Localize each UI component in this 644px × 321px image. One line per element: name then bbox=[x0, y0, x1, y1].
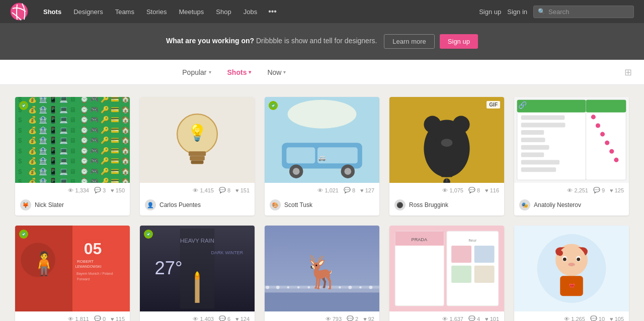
svg-text:PRADA: PRADA bbox=[412, 237, 428, 242]
banner-signup-button[interactable]: Sign up bbox=[440, 34, 478, 49]
nav-more-button[interactable]: ••• bbox=[263, 0, 282, 23]
svg-point-221 bbox=[577, 258, 580, 261]
promo-banner: What are you working on? Dribbble is sho… bbox=[0, 23, 644, 60]
svg-text:🎮: 🎮 bbox=[90, 116, 99, 124]
svg-text:05: 05 bbox=[84, 240, 102, 258]
search-input[interactable] bbox=[548, 8, 629, 16]
svg-text:$: $ bbox=[18, 168, 22, 175]
shot-thumbnail[interactable]: HEAVY RAIN 27° DARK WINTER bbox=[140, 226, 255, 311]
shot-author[interactable]: 🎨 Scott Tusk bbox=[265, 197, 379, 216]
grid-toggle: ⊞ bbox=[622, 65, 634, 80]
learn-more-button[interactable]: Learn more bbox=[384, 34, 434, 49]
shot-thumbnail[interactable]: PRADA fleur bbox=[389, 226, 504, 311]
shot-card: $💰🏦📱💻🖥⌚🎮🔑💳🏠🎯$💰🏦📱💻🖥⌚🎮🔑💳🏠🎯$💰🏦📱💻🖥⌚🎮🔑💳🏠🎯$💰🏦📱… bbox=[15, 97, 130, 216]
svg-point-137 bbox=[344, 168, 351, 175]
signup-link[interactable]: Sign up bbox=[479, 8, 501, 16]
new-badge bbox=[19, 101, 28, 110]
comment-icon: 💬 bbox=[219, 187, 226, 193]
svg-rect-153 bbox=[586, 100, 626, 113]
shot-meta: 👁 1,021 💬 8 ♥ 127 bbox=[265, 183, 379, 197]
svg-text:🏦: 🏦 bbox=[39, 157, 48, 165]
views-stat: 👁 1,075 bbox=[442, 187, 463, 193]
shot-thumbnail[interactable]: 🦌 bbox=[265, 226, 379, 311]
shot-author[interactable]: 🎭 Anatoliy Nesterov bbox=[514, 197, 629, 216]
new-badge bbox=[144, 230, 153, 239]
avatar: 🎭 bbox=[519, 199, 530, 210]
search-icon: 🔍 bbox=[538, 8, 545, 15]
svg-text:ROBERT: ROBERT bbox=[77, 259, 94, 264]
likes-stat: ♥ 125 bbox=[610, 187, 624, 193]
shot-thumbnail[interactable]: 05 ROBERT LEWANDOWSKI Bayern Munich / Po… bbox=[15, 226, 130, 311]
shot-card: GIF 👁 1,075 💬 8 ♥ 116 ⚫ Ross Bruggink bbox=[389, 97, 504, 216]
author-name: Scott Tusk bbox=[284, 201, 312, 208]
like-count: 151 bbox=[240, 187, 250, 193]
svg-text:⌚: ⌚ bbox=[80, 136, 89, 145]
comment-count: 6 bbox=[227, 316, 230, 322]
svg-rect-210 bbox=[474, 246, 495, 263]
nav-meetups[interactable]: Meetups bbox=[173, 0, 210, 23]
search-box[interactable]: 🔍 bbox=[533, 6, 634, 18]
svg-text:💰: 💰 bbox=[28, 157, 37, 165]
svg-text:🔑: 🔑 bbox=[101, 116, 110, 124]
svg-rect-154 bbox=[521, 115, 565, 120]
shot-thumbnail[interactable]: $💰🏦📱💻🖥⌚🎮🔑💳🏠🎯$💰🏦📱💻🖥⌚🎮🔑💳🏠🎯$💰🏦📱💻🖥⌚🎮🔑💳🏠🎯$💰🏦📱… bbox=[15, 97, 130, 183]
svg-text:🖥: 🖥 bbox=[69, 137, 76, 144]
shot-author[interactable]: ⚫ Ross Bruggink bbox=[389, 197, 504, 216]
svg-text:🖥: 🖥 bbox=[69, 168, 76, 175]
svg-point-198 bbox=[348, 286, 352, 289]
popular-filter[interactable]: Popular ▾ bbox=[174, 60, 219, 85]
svg-text:💻: 💻 bbox=[59, 157, 68, 165]
svg-text:💳: 💳 bbox=[111, 116, 120, 124]
svg-text:⌚: ⌚ bbox=[80, 167, 89, 176]
shots-grid: $💰🏦📱💻🖥⌚🎮🔑💳🏠🎯$💰🏦📱💻🖥⌚🎮🔑💳🏠🎯$💰🏦📱💻🖥⌚🎮🔑💳🏠🎯$💰🏦📱… bbox=[5, 85, 639, 321]
svg-text:🏠: 🏠 bbox=[121, 167, 130, 176]
author-name: Ross Bruggink bbox=[409, 201, 448, 208]
svg-rect-157 bbox=[521, 138, 545, 142]
shot-thumbnail[interactable]: 💡 bbox=[140, 97, 255, 183]
svg-text:Forward: Forward bbox=[77, 277, 90, 281]
views-stat: 👁 1,637 bbox=[442, 316, 463, 322]
shot-thumbnail[interactable]: 🎀 bbox=[514, 226, 629, 311]
nav-designers[interactable]: Designers bbox=[67, 0, 109, 23]
svg-text:💻: 💻 bbox=[59, 147, 68, 155]
svg-text:🔑: 🔑 bbox=[101, 97, 110, 103]
comment-count: 8 bbox=[352, 187, 355, 193]
view-count: 2,251 bbox=[574, 187, 588, 193]
shot-author[interactable]: 👤 Carlos Puentes bbox=[140, 197, 255, 216]
view-count: 793 bbox=[333, 316, 342, 322]
svg-text:🎀: 🎀 bbox=[569, 283, 575, 289]
svg-text:🔑: 🔑 bbox=[101, 167, 110, 176]
nav-stories[interactable]: Stories bbox=[140, 0, 173, 23]
nav-jobs[interactable]: Jobs bbox=[237, 0, 263, 23]
svg-text:💳: 💳 bbox=[111, 167, 120, 176]
comment-count: 0 bbox=[103, 316, 106, 322]
comments-stat: 💬 8 bbox=[344, 187, 355, 193]
now-filter[interactable]: Now ▾ bbox=[259, 60, 294, 85]
eye-icon: 👁 bbox=[68, 187, 73, 193]
likes-stat: ♥ 124 bbox=[235, 316, 250, 322]
views-stat: 👁 1,021 bbox=[317, 187, 339, 193]
nav-teams[interactable]: Teams bbox=[109, 0, 140, 23]
svg-text:💻: 💻 bbox=[59, 126, 68, 135]
shot-thumbnail[interactable]: GIF bbox=[389, 97, 504, 183]
nav-shop[interactable]: Shop bbox=[210, 0, 237, 23]
dribbble-logo[interactable] bbox=[10, 3, 28, 21]
shot-author[interactable]: 🦊 Nick Slater bbox=[15, 197, 130, 216]
nav-shots[interactable]: Shots bbox=[37, 0, 67, 23]
svg-text:⌚: ⌚ bbox=[80, 116, 89, 124]
svg-text:💳: 💳 bbox=[111, 177, 120, 183]
svg-point-164 bbox=[600, 132, 605, 137]
shot-thumbnail[interactable]: 🚐 bbox=[265, 97, 379, 183]
svg-text:💡: 💡 bbox=[187, 123, 207, 142]
signin-link[interactable]: Sign in bbox=[507, 8, 527, 16]
shot-thumbnail[interactable]: 🔗 bbox=[514, 97, 629, 183]
shots-filter[interactable]: Shots ▾ bbox=[219, 60, 260, 85]
banner-description: Dribbble is show and tell for designers. bbox=[256, 37, 377, 45]
likes-stat: ♥ 101 bbox=[485, 316, 499, 322]
likes-stat: ♥ 116 bbox=[485, 187, 499, 193]
grid-view-button[interactable]: ⊞ bbox=[622, 65, 634, 80]
views-stat: 👁 1,265 bbox=[564, 316, 585, 322]
svg-text:⌚: ⌚ bbox=[80, 126, 89, 135]
comment-icon: 💬 bbox=[94, 315, 101, 321]
link-badge: 🔗 bbox=[518, 101, 527, 109]
